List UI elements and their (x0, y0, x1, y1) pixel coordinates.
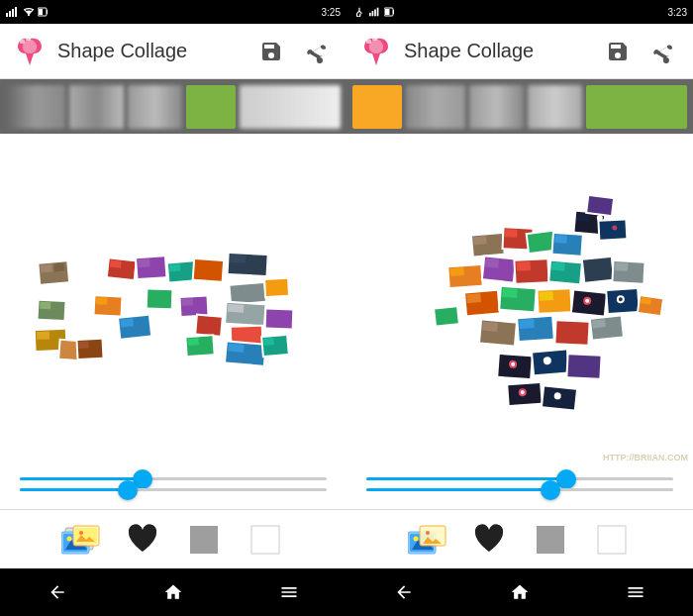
share-button-right[interactable] (645, 34, 681, 69)
svg-rect-59 (251, 526, 279, 554)
slider-fill-2-left (20, 488, 128, 491)
home-button-right[interactable] (490, 568, 549, 616)
svg-rect-87 (516, 261, 530, 271)
bottom-toolbar-right (346, 509, 693, 568)
time-display-right: 3:23 (668, 7, 687, 18)
controls-right (346, 467, 693, 509)
svg-rect-98 (539, 291, 552, 301)
white-square-btn-right[interactable] (589, 517, 635, 563)
recent-button-left[interactable] (259, 568, 319, 616)
nav-bar-left (0, 568, 346, 616)
svg-rect-63 (377, 8, 379, 17)
slider-row-2-right (366, 488, 673, 491)
svg-rect-89 (551, 261, 565, 270)
app-bar-left: Shape Collage (0, 24, 346, 79)
heart-shape-btn-right[interactable] (466, 517, 512, 563)
svg-rect-11 (40, 263, 52, 272)
heart-shape-btn-left[interactable] (120, 517, 165, 563)
photo-strip-left (0, 79, 346, 134)
svg-rect-108 (519, 319, 535, 329)
strip-photo-4 (186, 85, 236, 129)
svg-rect-6 (47, 10, 48, 14)
svg-rect-28 (96, 297, 107, 305)
app-logo-right (358, 34, 394, 69)
svg-rect-70 (576, 212, 589, 221)
slider-row-2-left (20, 488, 327, 491)
svg-rect-83 (449, 267, 464, 276)
bottom-toolbar-left (0, 509, 346, 568)
right-phone-panel: 3:23 Shape Collage (346, 0, 693, 616)
svg-point-53 (67, 536, 72, 541)
svg-rect-94 (466, 293, 481, 303)
gray-square-btn-left[interactable] (181, 517, 227, 563)
svg-point-132 (426, 531, 430, 535)
strip-photo-3 (128, 85, 182, 129)
signal-icon-right (369, 7, 381, 17)
slider-thumb-2-right[interactable] (541, 480, 560, 500)
back-button-left[interactable] (28, 568, 87, 616)
svg-rect-58 (190, 526, 218, 554)
slider-track-2-right[interactable] (366, 488, 673, 491)
save-button-left[interactable] (253, 34, 289, 69)
svg-rect-48 (263, 338, 274, 346)
svg-rect-26 (120, 318, 134, 327)
status-time-right: 3:23 (668, 7, 687, 18)
svg-rect-85 (485, 257, 499, 267)
slider-track-2-left[interactable] (20, 488, 327, 491)
svg-rect-8 (20, 40, 25, 44)
home-button-left[interactable] (144, 568, 203, 616)
svg-rect-81 (554, 234, 567, 243)
photos-shape-btn-right[interactable] (405, 517, 450, 563)
wifi-icon-left (23, 7, 35, 17)
svg-rect-30 (169, 263, 181, 271)
back-button-right[interactable] (374, 568, 434, 616)
svg-rect-7 (39, 9, 43, 15)
svg-rect-66 (385, 9, 390, 15)
svg-rect-10 (38, 260, 69, 285)
save-button-right[interactable] (600, 34, 636, 69)
svg-rect-67 (366, 40, 371, 44)
app-logo-left (12, 34, 48, 69)
svg-rect-62 (374, 9, 376, 16)
battery-icon-right (384, 7, 394, 17)
slider-track-1-left[interactable] (20, 477, 327, 480)
battery-icon-left (38, 7, 48, 17)
svg-rect-92 (615, 262, 628, 271)
status-bar-left: 3:25 (0, 0, 346, 24)
svg-rect-125 (434, 306, 459, 326)
slider-fill-2-right (366, 488, 550, 491)
svg-rect-35 (185, 335, 214, 357)
strip-photo-r3 (469, 85, 524, 129)
app-bar-right: Shape Collage (346, 24, 693, 79)
slider-fill-1-right (366, 477, 566, 480)
nav-bar-right (346, 568, 693, 616)
share-button-left[interactable] (299, 34, 335, 69)
heart-bird-collage (361, 172, 678, 430)
strip-photo-r2 (406, 85, 465, 129)
svg-rect-68 (372, 38, 377, 41)
photos-shape-btn-left[interactable] (58, 517, 104, 563)
svg-rect-31 (193, 257, 224, 281)
svg-rect-60 (369, 13, 371, 16)
slider-row-1-left (20, 477, 327, 480)
svg-rect-41 (228, 303, 245, 312)
svg-rect-117 (566, 354, 601, 379)
slider-track-1-right[interactable] (366, 477, 673, 480)
svg-point-57 (79, 531, 83, 535)
svg-rect-3 (15, 7, 17, 17)
status-icons-left (6, 7, 48, 17)
strip-photo-2 (69, 85, 124, 129)
svg-rect-38 (230, 255, 246, 263)
watermark: HTTP://BRIIAN.COM (603, 453, 688, 462)
recent-button-right[interactable] (606, 568, 665, 616)
slider-thumb-2-left[interactable] (118, 480, 138, 500)
white-square-btn-left[interactable] (243, 517, 288, 563)
svg-rect-9 (26, 38, 31, 41)
love-text-collage (20, 202, 327, 400)
svg-rect-44 (228, 343, 245, 352)
svg-rect-123 (638, 295, 663, 316)
svg-rect-12 (53, 262, 64, 271)
svg-rect-76 (473, 236, 487, 245)
svg-rect-72 (598, 219, 627, 240)
gray-square-btn-right[interactable] (528, 517, 573, 563)
